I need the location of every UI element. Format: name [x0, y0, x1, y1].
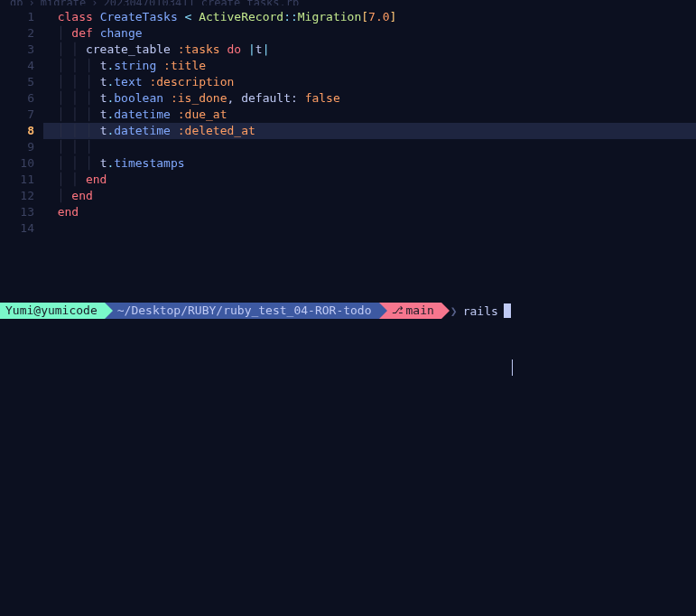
code-line[interactable] [43, 220, 696, 237]
line-number: 2 [0, 25, 34, 42]
line-number: 4 [0, 58, 34, 74]
code-line[interactable]: │ end [43, 188, 696, 204]
code-line[interactable]: │ │ │ t.datetime :deleted_at [43, 123, 696, 139]
terminal-panel[interactable]: Yumi@yumicode ~/Desktop/RUBY/ruby_test_0… [0, 262, 696, 320]
code-line[interactable]: │ │ create_table :tasks do |t| [43, 42, 696, 58]
line-number: 13 [0, 204, 34, 220]
code-line[interactable]: │ │ │ t.boolean :is_done, default: false [43, 90, 696, 107]
line-number: 14 [0, 220, 34, 237]
terminal-command[interactable]: rails [463, 304, 498, 318]
code-line[interactable]: │ def change [43, 25, 696, 42]
editor-cursor-secondary [512, 359, 513, 376]
breadcrumb-seg[interactable]: db [10, 0, 23, 5]
line-number: 11 [0, 172, 34, 188]
prompt-path-segment: ~/Desktop/RUBY/ruby_test_04-ROR-todo [105, 303, 379, 319]
code-editor[interactable]: 1234567891011121314 class CreateTasks < … [0, 5, 696, 262]
code-line[interactable]: end [43, 204, 696, 220]
line-number: 3 [0, 42, 34, 58]
line-number: 6 [0, 90, 34, 107]
prompt-git-segment: ⎇ main [379, 303, 441, 319]
line-number: 7 [0, 107, 34, 123]
terminal-prompt-line[interactable]: Yumi@yumicode ~/Desktop/RUBY/ruby_test_0… [0, 302, 696, 320]
line-number: 8 [0, 123, 34, 139]
code-area[interactable]: class CreateTasks < ActiveRecord::Migrat… [43, 5, 696, 262]
code-line[interactable]: │ │ │ [43, 139, 696, 155]
line-gutter: 1234567891011121314 [0, 5, 43, 262]
line-number: 5 [0, 74, 34, 90]
code-line[interactable]: │ │ │ t.timestamps [43, 155, 696, 172]
line-number: 9 [0, 139, 34, 155]
line-number: 1 [0, 9, 34, 25]
breadcrumb-sep: › [28, 0, 34, 5]
prompt-user-segment: Yumi@yumicode [0, 303, 105, 319]
git-branch-icon: ⎇ [392, 303, 404, 318]
git-branch-name: main [406, 303, 434, 318]
terminal-cursor [504, 303, 511, 318]
code-line[interactable]: │ │ end [43, 172, 696, 188]
code-line[interactable]: │ │ │ t.string :title [43, 58, 696, 74]
code-line[interactable]: class CreateTasks < ActiveRecord::Migrat… [43, 9, 696, 25]
line-number: 12 [0, 188, 34, 204]
line-number: 10 [0, 155, 34, 172]
code-line[interactable]: │ │ │ t.datetime :due_at [43, 107, 696, 123]
prompt-arrow-icon: ❯ [450, 304, 458, 318]
code-line[interactable]: │ │ │ t.text :description [43, 74, 696, 90]
